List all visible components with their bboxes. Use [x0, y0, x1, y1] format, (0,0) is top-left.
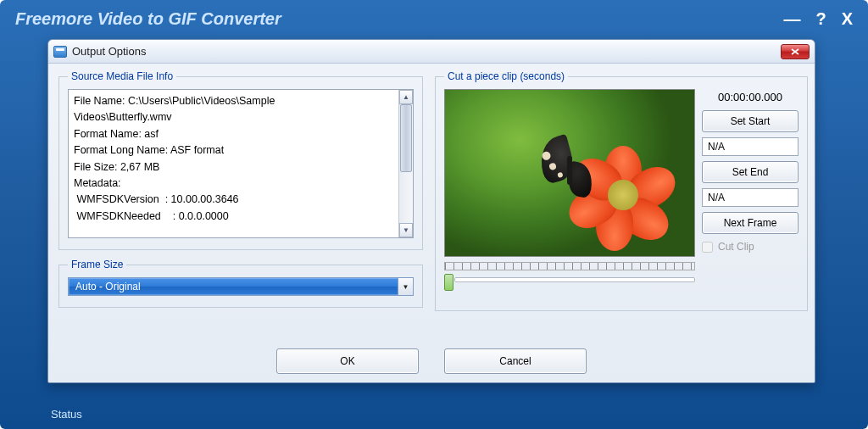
window-controls: — ? X: [783, 9, 853, 29]
frame-size-value: Auto - Original: [69, 281, 398, 292]
ok-button[interactable]: OK: [276, 348, 419, 374]
slider-thumb[interactable]: [444, 274, 453, 291]
scrollbar[interactable]: ▲ ▼: [398, 90, 413, 237]
next-frame-button[interactable]: Next Frame: [702, 212, 798, 234]
minimize-icon[interactable]: —: [783, 9, 800, 29]
timeline-slider[interactable]: [444, 272, 695, 287]
dialog-body: Source Media File Info File Name: C:\Use…: [58, 70, 804, 374]
set-start-button[interactable]: Set Start: [702, 110, 798, 132]
help-icon[interactable]: ?: [815, 9, 826, 29]
scroll-up-icon[interactable]: ▲: [399, 90, 413, 104]
dialog-titlebar: Output Options: [48, 40, 815, 64]
source-info-box[interactable]: File Name: C:\Users\Public\Videos\Sample…: [68, 89, 414, 238]
end-time-field[interactable]: [702, 188, 798, 207]
frame-size-dropdown[interactable]: Auto - Original ▼: [68, 277, 414, 296]
cancel-button[interactable]: Cancel: [444, 348, 587, 374]
output-options-dialog: Output Options Source Media File Info Fi…: [47, 39, 815, 383]
close-icon[interactable]: X: [842, 9, 853, 29]
dialog-close-button[interactable]: [781, 44, 810, 59]
main-titlebar: Freemore Video to GIF Converter — ? X: [0, 0, 868, 37]
dialog-button-row: OK Cancel: [58, 348, 804, 374]
app-title: Freemore Video to GIF Converter: [15, 9, 783, 29]
timeline-ruler: [444, 262, 695, 270]
set-end-button[interactable]: Set End: [702, 161, 798, 183]
frame-size-legend: Frame Size: [68, 259, 126, 270]
source-info-legend: Source Media File Info: [68, 70, 176, 82]
video-preview: [444, 89, 695, 257]
butterfly-graphic: [540, 137, 601, 205]
timecode-label: 00:00:00.000: [702, 89, 798, 105]
dialog-icon: [53, 46, 67, 58]
cut-clip-group: Cut a piece clip (seconds): [435, 70, 808, 311]
scroll-down-icon[interactable]: ▼: [399, 223, 413, 237]
cut-clip-checkbox-row: Cut Clip: [702, 241, 798, 253]
status-bar: Status: [51, 408, 82, 421]
dialog-title: Output Options: [72, 45, 781, 58]
start-time-field[interactable]: [702, 137, 798, 156]
cut-clip-checkbox: [702, 242, 713, 253]
cut-clip-label: Cut Clip: [718, 241, 754, 253]
source-info-text: File Name: C:\Users\Public\Videos\Sample…: [69, 90, 413, 228]
scroll-thumb[interactable]: [400, 104, 412, 172]
source-info-group: Source Media File Info File Name: C:\Use…: [58, 70, 423, 250]
cut-clip-legend: Cut a piece clip (seconds): [444, 70, 568, 82]
chevron-down-icon[interactable]: ▼: [398, 278, 413, 295]
frame-size-group: Frame Size Auto - Original ▼: [58, 259, 423, 308]
